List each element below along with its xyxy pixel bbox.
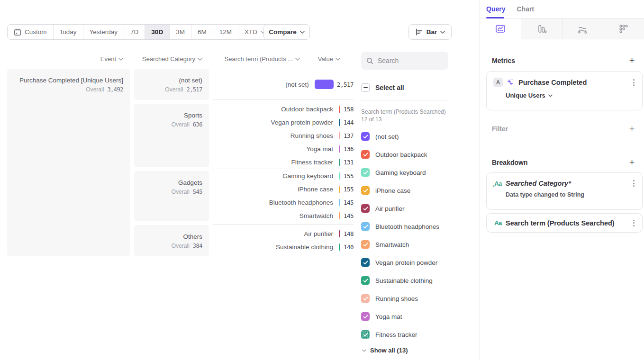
- bar-row[interactable]: (not set)2,517: [213, 78, 354, 91]
- date-range-7d[interactable]: 7D: [124, 25, 145, 39]
- bar-row-label: Vegan protein powder: [213, 119, 339, 126]
- series-checkbox[interactable]: [361, 222, 370, 231]
- series-checkbox[interactable]: [361, 186, 370, 195]
- string-property-icon: Aa*: [493, 180, 503, 187]
- divider: [213, 99, 354, 100]
- series-checkbox[interactable]: [361, 150, 370, 159]
- analytics-insights-report: CustomTodayYesterday7D30D3M6M12MXTD Comp…: [0, 0, 644, 361]
- date-range-custom[interactable]: Custom: [8, 25, 53, 39]
- bar-row[interactable]: Bluetooth headphones145: [213, 196, 354, 209]
- report-tab-insights-chart[interactable]: [480, 18, 521, 39]
- bar-row[interactable]: Smartwatch145: [213, 209, 354, 222]
- legend-item[interactable]: Running shoes: [361, 289, 448, 307]
- bar-row-value: 137: [344, 132, 354, 139]
- calendar-icon: [14, 28, 21, 36]
- date-range-12m[interactable]: 12M: [213, 25, 238, 39]
- bar-row-value: 145: [344, 212, 354, 219]
- column-header-event[interactable]: Event: [100, 55, 123, 63]
- bar-row[interactable]: Sustainable clothing140: [213, 240, 354, 253]
- series-checkbox[interactable]: [361, 294, 370, 303]
- legend-item[interactable]: Yoga mat: [361, 307, 448, 325]
- string-property-icon: Aa: [493, 219, 503, 226]
- bar-row[interactable]: Vegan protein powder144: [213, 116, 354, 129]
- event-name: Purchase Completed [Unique Users]: [12, 76, 123, 85]
- report-tab-retention[interactable]: [603, 18, 644, 39]
- legend-item[interactable]: Gaming keyboard: [361, 163, 448, 181]
- report-tab-flows[interactable]: [562, 18, 604, 39]
- column-header-value[interactable]: Value: [318, 55, 340, 63]
- date-range-today[interactable]: Today: [53, 25, 83, 39]
- series-checkbox[interactable]: [361, 330, 370, 339]
- show-all-button[interactable]: Show all (13): [362, 347, 408, 354]
- bar-row[interactable]: Yoga mat136: [213, 142, 354, 155]
- legend-item[interactable]: Outdoor backpack: [361, 145, 448, 163]
- tab-query[interactable]: Query: [486, 5, 505, 13]
- value-bar: [339, 159, 340, 166]
- metric-card[interactable]: A Purchase Completed Unique Users: [486, 71, 643, 110]
- select-all-row[interactable]: Select all: [361, 83, 404, 92]
- legend-item[interactable]: Bluetooth headphones: [361, 217, 448, 235]
- legend-item[interactable]: (not set): [361, 127, 448, 145]
- legend-item[interactable]: Fitness tracker: [361, 325, 448, 343]
- aggregation-selector[interactable]: Unique Users: [506, 92, 635, 99]
- kebab-menu-icon[interactable]: [632, 179, 635, 188]
- bar-row-label: Running shoes: [213, 132, 339, 139]
- bar-row-label: Yoga mat: [213, 145, 339, 153]
- tab-chart[interactable]: Chart: [517, 5, 534, 13]
- date-range-30d[interactable]: 30D: [145, 25, 169, 39]
- legend-item[interactable]: iPhone case: [361, 181, 448, 199]
- bar-row[interactable]: Fitness tracker131: [213, 155, 354, 169]
- bar-row[interactable]: Running shoes137: [213, 129, 354, 142]
- legend-item-label: Smartwatch: [375, 241, 409, 248]
- bar-row-value: 148: [344, 230, 354, 237]
- series-checkbox[interactable]: [361, 312, 370, 321]
- category-cell[interactable]: SportsOverall636: [134, 104, 209, 167]
- breakdown-card[interactable]: Aa* Searched Category* Data type changed…: [486, 172, 643, 210]
- value-bar: [315, 80, 334, 89]
- add-filter-icon[interactable]: +: [629, 124, 635, 133]
- date-range-3m[interactable]: 3M: [169, 25, 191, 39]
- bar-row[interactable]: Gaming keyboard155: [213, 169, 354, 182]
- column-header-searched-category[interactable]: Searched Category: [142, 55, 202, 63]
- legend-item-label: Sustainable clothing: [375, 277, 433, 284]
- category-overall: Overall636: [139, 121, 202, 128]
- series-checkbox[interactable]: [361, 132, 370, 141]
- event-cell[interactable]: Purchase Completed [Unique Users] Overal…: [7, 69, 130, 256]
- category-cell[interactable]: (not set)Overall2,517: [134, 69, 209, 100]
- legend-item[interactable]: Air purifier: [361, 199, 448, 217]
- category-cell[interactable]: GadgetsOverall545: [134, 171, 209, 221]
- add-metric-icon[interactable]: +: [629, 56, 635, 65]
- breakdown-card[interactable]: Aa Search term (Products Searched): [486, 213, 643, 233]
- legend-item[interactable]: Sustainable clothing: [361, 271, 448, 289]
- bar-row-value: 2,517: [337, 81, 354, 88]
- legend-item-label: Bluetooth headphones: [375, 223, 439, 230]
- series-checkbox[interactable]: [361, 276, 370, 285]
- date-range-6m[interactable]: 6M: [191, 25, 213, 39]
- category-overall: Overall545: [139, 189, 202, 195]
- column-header-search-term[interactable]: Search term (Products ...: [225, 55, 300, 63]
- legend-item[interactable]: Smartwatch: [361, 235, 448, 253]
- report-tab-funnels[interactable]: [521, 18, 562, 39]
- series-checkbox[interactable]: [361, 258, 370, 267]
- search-input[interactable]: [378, 57, 443, 64]
- bar-row-value: 155: [344, 186, 354, 193]
- bar-row[interactable]: Outdoor backpack158: [213, 102, 354, 116]
- kebab-menu-icon[interactable]: [632, 219, 635, 227]
- bar-row-label: Sustainable clothing: [213, 244, 339, 251]
- bar-row[interactable]: Air purifier148: [213, 227, 354, 240]
- bar-row[interactable]: iPhone case155: [213, 182, 354, 196]
- series-checkbox[interactable]: [361, 168, 370, 177]
- legend-item[interactable]: Vegan protein powder: [361, 253, 448, 271]
- value-bar: [339, 186, 340, 193]
- series-checkbox[interactable]: [361, 240, 370, 249]
- compare-button[interactable]: Compare: [263, 24, 310, 40]
- date-range-yesterday[interactable]: Yesterday: [83, 25, 124, 39]
- category-cell[interactable]: OthersOverall384: [134, 225, 209, 256]
- bar-row-label: Smartwatch: [213, 212, 339, 219]
- select-all-checkbox[interactable]: [361, 83, 370, 92]
- add-breakdown-icon[interactable]: +: [629, 158, 635, 167]
- bar-row-label: Outdoor backpack: [213, 106, 339, 113]
- series-checkbox[interactable]: [361, 204, 370, 213]
- kebab-menu-icon[interactable]: [632, 78, 635, 87]
- legend-search[interactable]: [361, 52, 448, 70]
